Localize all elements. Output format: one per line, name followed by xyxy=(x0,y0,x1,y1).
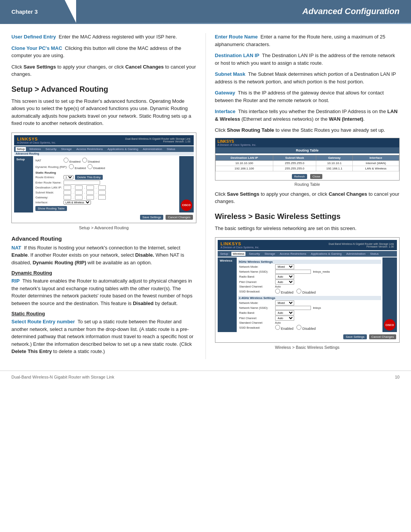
delete-entry-button[interactable]: Delete This Entry xyxy=(75,175,103,180)
subnet-input3[interactable] xyxy=(86,190,94,195)
nat-disabled-label: Disabled xyxy=(82,158,100,163)
w5-radio-band-select[interactable]: Auto xyxy=(275,274,294,279)
w24-ssid-input[interactable] xyxy=(275,306,311,310)
dynamic-rip-row: Dynamic Routing (RIP): Enabled Disabled xyxy=(35,164,177,170)
gateway-input[interactable] xyxy=(64,195,71,200)
wireless-screenshot: LINKSYS A Division of Cisco Systems, Inc… xyxy=(215,237,400,343)
cancel-changes-button[interactable]: Cancel Changes xyxy=(166,215,193,220)
subnet-input2[interactable] xyxy=(75,190,83,195)
w24-radio-band-select[interactable]: Auto xyxy=(275,310,294,315)
route-num-select[interactable]: 1 xyxy=(64,175,73,179)
dest-lan-input4[interactable] xyxy=(98,185,106,190)
dest-lan-input3[interactable] xyxy=(86,185,94,190)
w5-ssid-input[interactable] xyxy=(275,270,311,274)
router-sidebar: Setup xyxy=(14,156,33,212)
nav-status[interactable]: Status xyxy=(166,147,177,151)
w24-radio-band-row: Radio Band: Auto xyxy=(238,310,382,315)
col-dest-lan: Destination LAN IP xyxy=(215,155,273,160)
subnet-label: Subnet Mask: xyxy=(35,191,62,194)
w-nav-admin[interactable]: Administration xyxy=(345,252,367,256)
w5-network-mode-row: Network Mode: Mixed xyxy=(238,264,382,269)
interface-select[interactable]: LAN & Wireless xyxy=(64,200,91,204)
nav-storage[interactable]: Storage xyxy=(60,147,73,151)
interface-row: Interface: LAN & Wireless xyxy=(35,200,177,204)
router-screenshot: LINKSYS A Division of Cisco Systems, Inc… xyxy=(11,133,196,223)
nat-row: NAT Enabled Disabled xyxy=(35,158,177,163)
nat-disabled-radio[interactable] xyxy=(82,158,87,163)
w24-ssid-disabled-radio[interactable] xyxy=(296,325,301,330)
w5-ssid-row: Network Name (SSID): linksys_media xyxy=(238,270,382,274)
refresh-button[interactable]: Refresh xyxy=(292,174,307,179)
row1-gateway: 10.10.10.1 xyxy=(316,160,353,166)
w5-ssid-disabled-label: Disabled xyxy=(296,289,316,294)
w-nav-access[interactable]: Access Restrictions xyxy=(279,252,307,256)
w-nav-status[interactable]: Status xyxy=(369,252,380,256)
w24-channel-select[interactable]: Auto xyxy=(275,316,294,321)
wireless-save-button[interactable]: Save Settings xyxy=(343,334,366,339)
ghz24-section-title: 2.4GHz Wireless Settings xyxy=(238,296,382,300)
subnet-row: Subnet Mask: . . . xyxy=(35,190,177,195)
select-route-term: Select Route Entry number xyxy=(11,319,75,324)
w24-network-mode-select[interactable]: Mixed xyxy=(275,300,294,305)
w-nav-setup[interactable]: Setup xyxy=(219,252,229,256)
nav-apps[interactable]: Applications & Gaming xyxy=(106,147,139,151)
w5-channel-select[interactable]: Auto xyxy=(275,280,294,284)
routing-data-table: Destination LAN IP Subnet Mask Gateway I… xyxy=(215,155,400,171)
col-gateway: Gateway xyxy=(316,155,353,160)
w5-ssid-broadcast-row: SSID Broadcast: Enabled Disabled xyxy=(238,289,382,294)
w5-ssid-enabled-radio[interactable] xyxy=(275,289,280,294)
router-screenshot-caption: Setup > Advanced Routing xyxy=(11,225,196,230)
nav-admin[interactable]: Administration xyxy=(142,147,163,151)
enter-route-input[interactable] xyxy=(64,181,100,185)
w5-ssid-value: linksys_media xyxy=(313,270,330,273)
w5-network-mode-label: Network Mode: xyxy=(239,265,274,268)
nav-access[interactable]: Access Restrictions xyxy=(75,147,104,151)
router-logo-area: CISCO xyxy=(179,156,194,212)
nat-enabled-radio[interactable] xyxy=(64,158,68,163)
gateway-input3[interactable] xyxy=(86,195,94,200)
dynamic-disabled-radio[interactable] xyxy=(88,164,92,169)
nav-wireless[interactable]: Wireless xyxy=(28,147,42,151)
w24-channel-row: Pilot Channel: Auto xyxy=(238,316,382,321)
routing-table-caption: Routing Table xyxy=(215,182,400,187)
w24-ssid-enabled-radio[interactable] xyxy=(275,325,280,330)
left-column: User Defined Entry Enter the MAC Address… xyxy=(11,33,206,359)
w-nav-security[interactable]: Security xyxy=(248,252,261,256)
w-nav-wireless[interactable]: Wireless xyxy=(231,252,245,256)
w5-network-mode-select[interactable]: Mixed xyxy=(275,264,294,269)
clone-mac-entry: Clone Your PC's MAC Clicking this button… xyxy=(11,45,196,59)
nav-setup[interactable]: Setup xyxy=(16,147,26,151)
w24-channel-label: Pilot Channel: xyxy=(239,316,274,320)
subnet-input4[interactable] xyxy=(98,190,106,195)
dynamic-routing-heading: Dynamic Routing xyxy=(11,270,196,276)
save-settings-button[interactable]: Save Settings xyxy=(140,215,163,220)
subnet-mask-para: Subnet Mask The Subnet Mask determines w… xyxy=(215,70,400,85)
close-button[interactable]: Close xyxy=(310,174,322,179)
nav-security[interactable]: Security xyxy=(45,147,58,151)
select-route-paragraph: Select Route Entry number To set up a st… xyxy=(11,318,196,355)
wireless-cancel-button[interactable]: Cancel Changes xyxy=(369,334,396,339)
user-defined-body: Enter the MAC Address registered with yo… xyxy=(59,34,177,40)
dynamic-rip-label: Dynamic Routing (RIP): xyxy=(35,165,67,169)
w5-ssid-broadcast-label: SSID Broadcast: xyxy=(239,290,274,293)
gateway-input4[interactable] xyxy=(98,195,106,200)
wireless-footer: Save Settings Cancel Changes xyxy=(218,334,397,340)
router-body: Setup NAT Enabled Disabled Dynamic Routi… xyxy=(14,156,194,212)
dest-lan-input2[interactable] xyxy=(75,185,83,190)
page-footer: Dual-Band Wireless-N Gigabit Router with… xyxy=(0,371,411,383)
row1-dest: 10.10.10.100 xyxy=(215,160,273,166)
dynamic-enabled-radio[interactable] xyxy=(69,164,74,169)
wireless-nav: Setup Wireless Security Storage Access R… xyxy=(218,251,397,257)
show-routing-table-button[interactable]: Show Routing Table xyxy=(35,206,67,211)
w-nav-storage[interactable]: Storage xyxy=(263,252,276,256)
w-nav-apps[interactable]: Applications & Gaming xyxy=(310,252,343,256)
dest-lan-input[interactable] xyxy=(64,185,71,190)
router-product: Dual Band Wireless-N Gigabit Router with… xyxy=(125,137,191,140)
row2-interface: LAN & Wireless xyxy=(353,166,399,171)
w5-ssid-disabled-radio[interactable] xyxy=(296,289,301,294)
w5-std-channel-row: Standard Channel: Auto xyxy=(238,285,382,288)
routing-table-header: LINKSYS A Division of Cisco Systems, Inc… xyxy=(215,138,400,147)
col-interface: Interface xyxy=(353,155,399,160)
subnet-input[interactable] xyxy=(64,190,71,195)
gateway-input2[interactable] xyxy=(75,195,83,200)
